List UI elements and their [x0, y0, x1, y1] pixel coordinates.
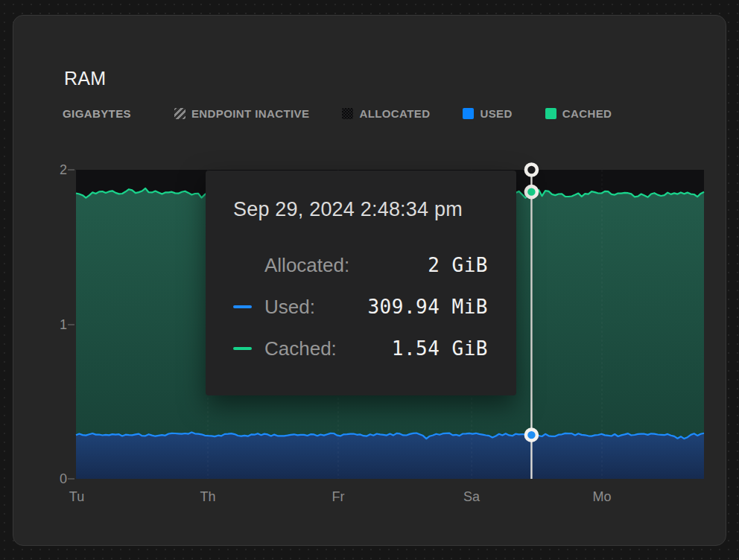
endpoint-inactive-swatch-icon: [174, 108, 185, 119]
tooltip-row-allocated: Allocated: 2 GiB: [233, 244, 488, 286]
chart-legend: GIGABYTES ENDPOINT INACTIVE ALLOCATED US…: [63, 107, 612, 120]
cached-line-marker-icon: [233, 347, 252, 351]
legend-item-allocated[interactable]: ALLOCATED: [342, 107, 430, 120]
crosshair-allocated-marker: [526, 165, 537, 176]
x-axis-label: Tu: [54, 489, 99, 505]
page-background: RAM GIGABYTES ENDPOINT INACTIVE ALLOCATE…: [0, 0, 739, 560]
legend-item-cached[interactable]: CACHED: [545, 107, 612, 120]
tooltip-row-used: Used: 309.94 MiB: [233, 286, 488, 328]
used-line-marker-icon: [233, 305, 252, 309]
y-axis-label: 2: [37, 162, 67, 178]
crosshair-cached-marker: [526, 186, 537, 197]
tooltip-row-label: Used:: [264, 296, 315, 319]
card-title: RAM: [64, 68, 106, 89]
y-axis-unit-label: GIGABYTES: [63, 107, 131, 120]
tooltip-row-value: 309.94 MiB: [367, 296, 488, 318]
tooltip-row-value: 1.54 GiB: [392, 337, 488, 360]
tooltip-timestamp: Sep 29, 2024 2:48:34 pm: [233, 198, 488, 221]
tooltip-row-label: Allocated:: [264, 254, 349, 277]
y-axis-label: 0: [37, 471, 67, 487]
used-swatch-icon: [463, 108, 474, 119]
chart-tooltip: Sep 29, 2024 2:48:34 pm Allocated: 2 GiB…: [206, 171, 516, 395]
y-axis-tick-mark: [68, 324, 74, 325]
allocated-swatch-icon: [342, 108, 353, 119]
tooltip-row-cached: Cached: 1.54 GiB: [233, 328, 488, 369]
tooltip-row-label: Cached:: [264, 337, 337, 360]
ram-usage-card: RAM GIGABYTES ENDPOINT INACTIVE ALLOCATE…: [13, 15, 726, 546]
x-axis-label: Mo: [580, 489, 624, 505]
x-axis-label: Th: [185, 489, 230, 505]
x-axis-label: Sa: [449, 489, 494, 505]
tooltip-row-value: 2 GiB: [428, 254, 488, 276]
y-axis-tick-mark: [68, 478, 74, 480]
legend-item-used[interactable]: USED: [463, 107, 512, 120]
cached-swatch-icon: [545, 108, 556, 119]
legend-item-label: ALLOCATED: [359, 107, 430, 120]
legend-item-label: USED: [480, 107, 512, 120]
y-axis-label: 1: [37, 316, 67, 333]
crosshair-used-marker: [526, 430, 537, 441]
x-axis-label: Fr: [316, 489, 361, 505]
legend-item-label: ENDPOINT INACTIVE: [191, 107, 309, 120]
y-axis-tick-mark: [68, 169, 74, 171]
legend-item-label: CACHED: [562, 107, 612, 120]
legend-item-endpoint-inactive[interactable]: ENDPOINT INACTIVE: [174, 107, 309, 120]
